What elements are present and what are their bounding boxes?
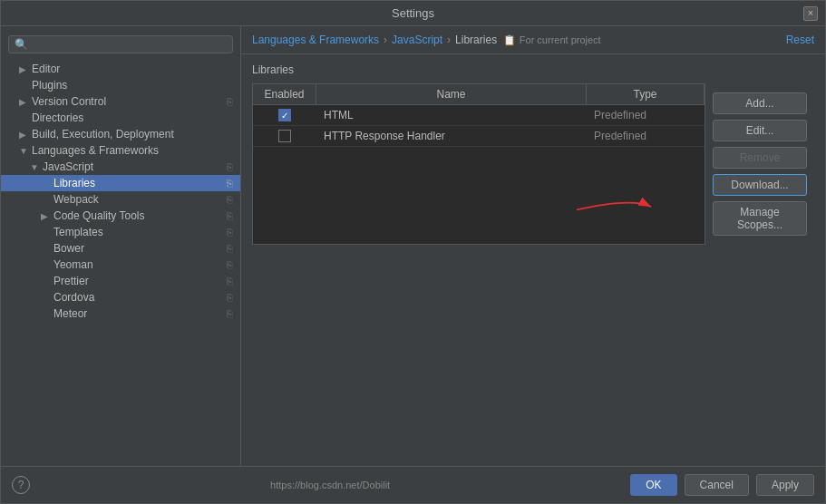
copy-icon: ⎘ bbox=[227, 243, 233, 254]
cell-name: HTML bbox=[316, 109, 587, 121]
apply-button[interactable]: Apply bbox=[756, 474, 814, 496]
breadcrumb-part3: Libraries bbox=[455, 34, 497, 46]
sidebar-item-label: Directories bbox=[32, 111, 83, 124]
sidebar-item-templates[interactable]: Templates ⎘ bbox=[1, 224, 240, 240]
http-checkbox[interactable] bbox=[278, 130, 291, 142]
remove-button[interactable]: Remove bbox=[713, 147, 807, 169]
table-row: HTML Predefined bbox=[253, 105, 705, 126]
copy-icon: ⎘ bbox=[227, 96, 233, 107]
sidebar-item-meteor[interactable]: Meteor ⎘ bbox=[1, 305, 240, 322]
sidebar-item-code-quality[interactable]: ▶ Code Quality Tools ⎘ bbox=[1, 208, 240, 224]
sidebar-item-label: Editor bbox=[32, 63, 60, 75]
copy-icon: ⎘ bbox=[227, 276, 233, 286]
search-input[interactable] bbox=[32, 38, 227, 51]
panel-title: Libraries bbox=[252, 63, 814, 76]
sidebar-item-label: Cordova bbox=[53, 291, 94, 304]
scope-icon: 📋 bbox=[503, 34, 516, 46]
copy-icon: ⎘ bbox=[227, 308, 233, 319]
breadcrumb-sep1: › bbox=[384, 34, 387, 46]
col-header-name: Name bbox=[316, 84, 587, 104]
settings-dialog: Settings × 🔍 ▶ Editor Plugins ▶ Version … bbox=[0, 0, 826, 504]
cell-name: HTTP Response Handler bbox=[316, 130, 587, 142]
arrow-icon: ▼ bbox=[30, 162, 41, 172]
arrow-icon: ▶ bbox=[19, 130, 30, 140]
footer-url: https://blog.csdn.net/Dobilit bbox=[270, 480, 390, 490]
close-button[interactable]: × bbox=[803, 6, 818, 21]
sidebar-item-cordova[interactable]: Cordova ⎘ bbox=[1, 289, 240, 305]
content-row: Enabled Name Type HTML Predefined bbox=[252, 83, 814, 245]
content-area: 🔍 ▶ Editor Plugins ▶ Version Control ⎘ D… bbox=[1, 26, 825, 466]
cell-type: Predefined bbox=[587, 109, 705, 121]
sidebar-item-libraries[interactable]: Libraries ⎘ bbox=[1, 175, 240, 191]
sidebar-item-javascript[interactable]: ▼ JavaScript ⎘ bbox=[1, 159, 240, 175]
sidebar-item-label: JavaScript bbox=[43, 160, 93, 173]
footer: ? https://blog.csdn.net/Dobilit OK Cance… bbox=[1, 466, 825, 503]
arrow-icon: ▶ bbox=[19, 64, 30, 74]
sidebar-item-label: Yeoman bbox=[53, 258, 93, 271]
sidebar-item-yeoman[interactable]: Yeoman ⎘ bbox=[1, 257, 240, 273]
sidebar-item-prettier[interactable]: Prettier ⎘ bbox=[1, 273, 240, 289]
breadcrumb-part1[interactable]: Languages & Frameworks bbox=[252, 34, 379, 46]
sidebar-item-label: Meteor bbox=[53, 307, 87, 320]
add-button[interactable]: Add... bbox=[713, 92, 807, 114]
sidebar-item-label: Prettier bbox=[53, 275, 89, 287]
copy-icon: ⎘ bbox=[227, 210, 233, 221]
sidebar-item-label: Version Control bbox=[32, 95, 106, 108]
col-header-type: Type bbox=[587, 84, 705, 104]
breadcrumb-part2[interactable]: JavaScript bbox=[392, 34, 442, 46]
col-header-enabled: Enabled bbox=[253, 84, 316, 104]
search-box[interactable]: 🔍 bbox=[8, 35, 233, 53]
copy-icon: ⎘ bbox=[227, 227, 233, 237]
breadcrumb-sep2: › bbox=[447, 34, 451, 46]
help-button[interactable]: ? bbox=[12, 476, 30, 494]
cancel-button[interactable]: Cancel bbox=[685, 474, 749, 496]
dialog-title: Settings bbox=[392, 6, 434, 20]
table-row: HTTP Response Handler Predefined bbox=[253, 126, 705, 147]
arrow-icon: ▶ bbox=[41, 211, 52, 221]
sidebar-item-label: Bower bbox=[53, 242, 84, 255]
sidebar-item-bower[interactable]: Bower ⎘ bbox=[1, 240, 240, 257]
title-bar: Settings × bbox=[1, 1, 825, 26]
sidebar-item-plugins[interactable]: Plugins bbox=[1, 77, 240, 93]
sidebar-item-build[interactable]: ▶ Build, Execution, Deployment bbox=[1, 126, 240, 142]
cell-enabled[interactable] bbox=[253, 130, 316, 142]
project-scope: 📋 For current project bbox=[503, 34, 601, 46]
sidebar-item-label: Languages & Frameworks bbox=[32, 144, 159, 157]
ok-button[interactable]: OK bbox=[630, 474, 676, 496]
copy-icon: ⎘ bbox=[227, 259, 233, 270]
manage-scopes-button[interactable]: Manage Scopes... bbox=[713, 201, 807, 236]
copy-icon: ⎘ bbox=[227, 178, 233, 189]
reset-button[interactable]: Reset bbox=[786, 34, 814, 46]
download-button[interactable]: Download... bbox=[713, 174, 807, 196]
sidebar-item-webpack[interactable]: Webpack ⎘ bbox=[1, 191, 240, 208]
copy-icon: ⎘ bbox=[227, 292, 233, 303]
libraries-panel: Libraries Enabled Name Type bbox=[241, 54, 825, 466]
sidebar-item-label: Templates bbox=[53, 226, 103, 238]
arrow-icon: ▶ bbox=[19, 97, 30, 107]
arrow-icon: ▼ bbox=[19, 146, 30, 156]
sidebar-item-label: Libraries bbox=[53, 177, 95, 189]
sidebar-item-editor[interactable]: ▶ Editor bbox=[1, 61, 240, 77]
sidebar-item-version-control[interactable]: ▶ Version Control ⎘ bbox=[1, 93, 240, 110]
copy-icon: ⎘ bbox=[227, 194, 233, 205]
sidebar-item-languages[interactable]: ▼ Languages & Frameworks bbox=[1, 142, 240, 159]
main-panel: Languages & Frameworks › JavaScript › Li… bbox=[241, 26, 825, 466]
libraries-table: Enabled Name Type HTML Predefined bbox=[252, 83, 705, 245]
action-buttons: Add... Edit... Remove Download... Manage… bbox=[705, 83, 814, 245]
sidebar-item-label: Plugins bbox=[32, 79, 67, 92]
breadcrumb: Languages & Frameworks › JavaScript › Li… bbox=[252, 34, 601, 46]
edit-button[interactable]: Edit... bbox=[713, 120, 807, 141]
breadcrumb-bar: Languages & Frameworks › JavaScript › Li… bbox=[241, 26, 825, 54]
cell-enabled[interactable] bbox=[253, 109, 316, 121]
sidebar: 🔍 ▶ Editor Plugins ▶ Version Control ⎘ D… bbox=[1, 26, 241, 466]
copy-icon: ⎘ bbox=[227, 161, 233, 172]
search-icon: 🔍 bbox=[15, 38, 28, 51]
cell-type: Predefined bbox=[587, 130, 705, 142]
html-checkbox[interactable] bbox=[278, 109, 291, 121]
sidebar-item-label: Build, Execution, Deployment bbox=[32, 128, 174, 141]
table-header: Enabled Name Type bbox=[253, 84, 705, 105]
sidebar-item-directories[interactable]: Directories bbox=[1, 110, 240, 126]
sidebar-item-label: Webpack bbox=[53, 193, 99, 206]
footer-buttons: OK Cancel Apply bbox=[630, 474, 814, 496]
sidebar-item-label: Code Quality Tools bbox=[53, 209, 145, 222]
